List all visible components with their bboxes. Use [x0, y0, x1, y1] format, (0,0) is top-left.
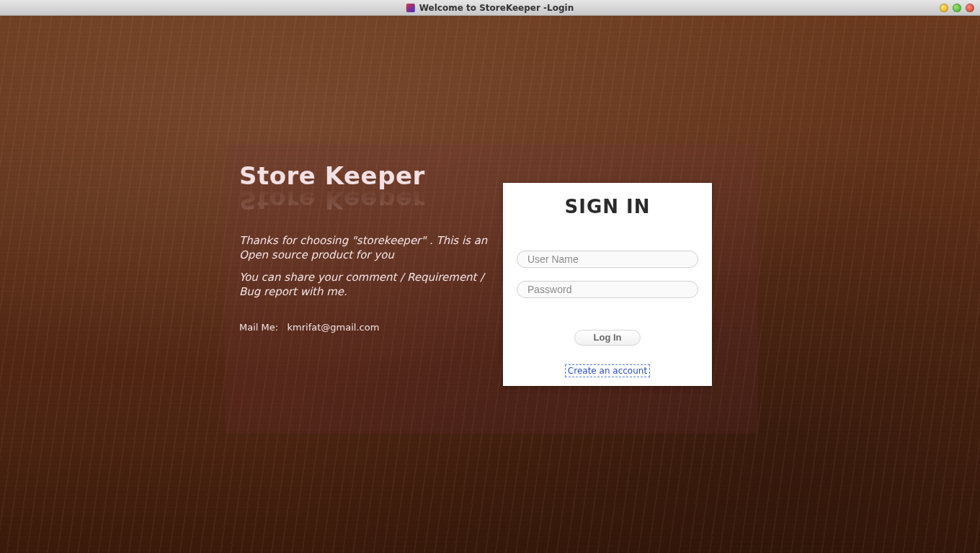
app-background: Store Keeper Store Keeper Thanks for cho… [0, 16, 980, 553]
create-account-link[interactable]: Create an account [565, 364, 650, 377]
signin-card: SIGN IN Log In Create an account [503, 183, 712, 386]
info-column: Store Keeper Store Keeper Thanks for cho… [239, 161, 491, 333]
password-input[interactable] [517, 281, 698, 298]
window-titlebar: Welcome to StoreKeeper -Login [0, 0, 980, 16]
close-button[interactable] [966, 4, 974, 12]
intro-thanks-text: Thanks for choosing "storekeeper" . This… [239, 233, 491, 263]
app-icon [406, 4, 415, 12]
mail-label: Mail Me: [239, 322, 278, 333]
mail-line: Mail Me: kmrifat@gmail.com [239, 322, 491, 333]
signin-heading: SIGN IN [565, 196, 651, 217]
username-input[interactable] [517, 251, 698, 268]
login-button[interactable]: Log In [574, 330, 641, 346]
mail-address: kmrifat@gmail.com [288, 322, 380, 333]
brand-title-reflection: Store Keeper [239, 186, 491, 215]
intro-share-text: You can share your comment / Requirement… [239, 270, 491, 300]
window-title: Welcome to StoreKeeper -Login [419, 3, 574, 13]
maximize-button[interactable] [953, 4, 961, 12]
minimize-button[interactable] [940, 4, 948, 12]
brand-title: Store Keeper [239, 161, 491, 190]
